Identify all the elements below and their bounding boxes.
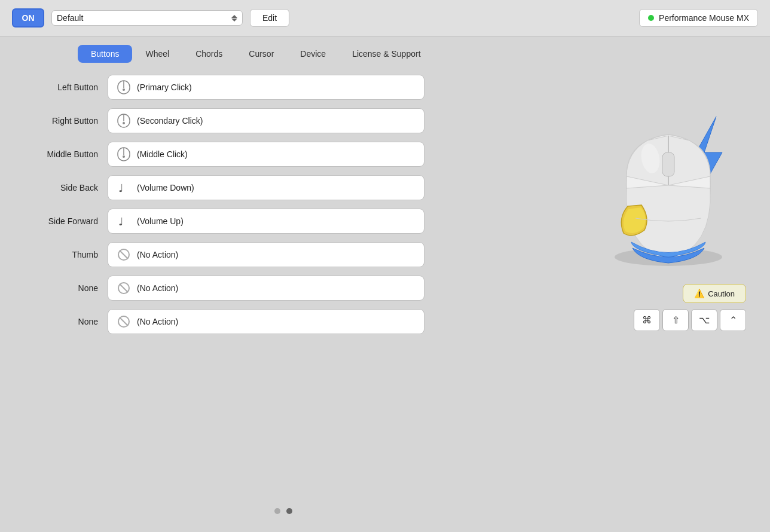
tab-buttons[interactable]: Buttons: [78, 45, 132, 63]
no-action-icon-none-1: [117, 281, 131, 295]
button-row-side-back: Side Back ♩ (Volume Down): [12, 175, 555, 200]
control-middle-button[interactable]: (Middle Click): [108, 142, 424, 167]
modifier-key-cmd[interactable]: ⌘: [634, 309, 660, 331]
caution-button[interactable]: ⚠️ Caution: [683, 284, 746, 303]
profile-value: Default: [57, 13, 83, 23]
button-row-none-2: None (No Action): [12, 309, 555, 334]
tab-cursor[interactable]: Cursor: [236, 45, 287, 63]
modifier-key-ctrl[interactable]: ⌃: [720, 309, 746, 331]
action-middle-button: (Middle Click): [137, 149, 188, 159]
on-off-button[interactable]: ON: [12, 8, 44, 27]
tab-device[interactable]: Device: [287, 45, 339, 63]
action-side-forward: (Volume Up): [137, 216, 184, 226]
modifier-key-shift[interactable]: ⇧: [662, 309, 689, 331]
label-middle-button: Middle Button: [12, 149, 108, 159]
label-thumb: Thumb: [12, 250, 108, 259]
top-bar: ON Default Edit Performance Mouse MX: [0, 0, 770, 36]
tab-chords[interactable]: Chords: [182, 45, 236, 63]
music-icon-back: ♩: [117, 181, 131, 195]
label-side-forward: Side Forward: [12, 216, 108, 226]
action-side-back: (Volume Down): [137, 183, 194, 192]
button-row-right: Right Button (Secondary Click): [12, 108, 555, 133]
svg-line-16: [120, 317, 128, 326]
modifier-key-alt[interactable]: ⌥: [691, 309, 717, 331]
mouse-illustration: [579, 81, 746, 272]
action-left-button: (Primary Click): [137, 82, 192, 92]
svg-rect-19: [662, 152, 674, 176]
modifier-keys: ⌘ ⇧ ⌥ ⌃: [634, 309, 746, 331]
control-right-button[interactable]: (Secondary Click): [108, 108, 424, 133]
stepper-up-icon: [231, 15, 237, 18]
music-icon-forward: ♩: [117, 214, 131, 228]
button-row-side-forward: Side Forward ♩ (Volume Up): [12, 209, 555, 234]
svg-text:♩: ♩: [118, 182, 123, 194]
edit-button[interactable]: Edit: [250, 9, 289, 27]
no-action-icon-none-2: [117, 314, 131, 329]
button-row-thumb: Thumb (No Action): [12, 242, 555, 267]
label-right-button: Right Button: [12, 116, 108, 126]
tab-license[interactable]: License & Support: [339, 45, 433, 63]
control-none-2[interactable]: (No Action): [108, 309, 424, 334]
mouse-icon-middle: [117, 147, 131, 161]
device-indicator: Performance Mouse MX: [639, 9, 758, 27]
svg-point-2: [123, 88, 125, 91]
button-row-none-1: None (No Action): [12, 276, 555, 301]
action-none-1: (No Action): [137, 283, 178, 293]
control-side-back[interactable]: ♩ (Volume Down): [108, 175, 424, 200]
connection-status-icon: [648, 15, 654, 21]
label-none-1: None: [12, 283, 108, 293]
svg-text:♩: ♩: [118, 216, 123, 228]
page-dot-1[interactable]: [274, 508, 280, 514]
caution-label: Caution: [708, 289, 735, 298]
no-action-icon-thumb: [117, 247, 131, 262]
main-content: Left Button (Primary Click) Right Button: [0, 63, 770, 532]
page-dots: [12, 502, 555, 520]
label-none-2: None: [12, 317, 108, 326]
control-none-1[interactable]: (No Action): [108, 276, 424, 301]
svg-point-5: [123, 122, 125, 124]
mouse-icon-left: [117, 80, 131, 94]
tab-bar: Buttons Wheel Chords Cursor Device Licen…: [0, 36, 770, 63]
label-left-button: Left Button: [12, 82, 108, 92]
left-panel: Left Button (Primary Click) Right Button: [12, 75, 555, 520]
tab-wheel[interactable]: Wheel: [132, 45, 182, 63]
action-thumb: (No Action): [137, 250, 178, 259]
svg-point-8: [123, 155, 125, 158]
device-name: Performance Mouse MX: [659, 13, 749, 23]
action-right-button: (Secondary Click): [137, 116, 203, 126]
mouse-icon-right: [117, 114, 131, 128]
svg-line-12: [120, 250, 128, 259]
control-left-button[interactable]: (Primary Click): [108, 75, 424, 100]
control-thumb[interactable]: (No Action): [108, 242, 424, 267]
profile-stepper[interactable]: [231, 15, 237, 22]
page-dot-2[interactable]: [286, 508, 292, 514]
action-none-2: (No Action): [137, 317, 178, 326]
profile-select[interactable]: Default: [51, 10, 243, 26]
stepper-down-icon: [231, 19, 237, 22]
caution-icon: ⚠️: [694, 289, 704, 298]
button-row-middle: Middle Button (Middle Click): [12, 142, 555, 167]
svg-line-14: [120, 284, 128, 292]
right-panel: ⚠️ Caution ⌘ ⇧ ⌥ ⌃: [567, 75, 758, 520]
control-side-forward[interactable]: ♩ (Volume Up): [108, 209, 424, 234]
label-side-back: Side Back: [12, 183, 108, 192]
button-row-left: Left Button (Primary Click): [12, 75, 555, 100]
